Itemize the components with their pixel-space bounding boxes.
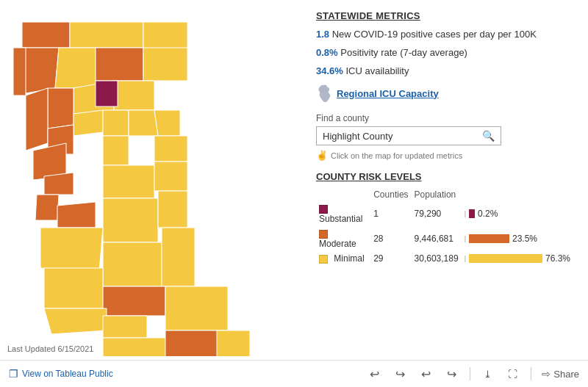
- svg-marker-14: [154, 110, 180, 136]
- tableau-link-section[interactable]: ❐ View on Tableau Public: [9, 368, 362, 380]
- click-hint-text: Click on the map for updated metrics: [331, 151, 462, 160]
- risk-row: Substantial 1 79,290 | 0.2%: [316, 201, 573, 226]
- risk-row: Moderate 28 9,446,681 | 23.5%: [316, 226, 573, 251]
- col-population: Population: [412, 188, 462, 201]
- fullscreen-button[interactable]: ⛶: [505, 367, 520, 381]
- svg-marker-13: [129, 110, 158, 136]
- svg-marker-6: [143, 48, 187, 81]
- svg-marker-28: [162, 228, 195, 286]
- svg-marker-29: [44, 268, 103, 308]
- svg-marker-32: [44, 308, 107, 334]
- svg-marker-15: [154, 136, 187, 162]
- svg-marker-24: [103, 198, 158, 242]
- metric-icu-text: ICU availability: [346, 65, 409, 76]
- search-input[interactable]: [323, 131, 482, 142]
- svg-marker-1: [70, 22, 143, 48]
- risk-swatch: [319, 230, 328, 239]
- risk-swatch: [319, 205, 328, 214]
- bar-container: | 23.5%: [465, 234, 570, 244]
- svg-marker-5: [96, 48, 143, 81]
- metric-positivity-text: Positivity rate (7-day average): [340, 47, 467, 58]
- metric-cases-text: New COVID-19 positive cases per day per …: [332, 29, 537, 40]
- toolbar-divider: [470, 367, 470, 380]
- svg-marker-33: [103, 316, 147, 338]
- risk-level-label: Minimal: [334, 253, 364, 264]
- col-bar: [462, 188, 573, 201]
- svg-marker-8: [114, 81, 154, 110]
- tableau-grid-icon: ❐: [9, 368, 18, 380]
- toolbar-controls: ↩ ↪ ↩ ↪ ⤓ ⛶ ⇨ Share: [367, 366, 579, 383]
- find-county-label: Find a county: [316, 113, 573, 123]
- bar-percentage: 23.5%: [512, 234, 537, 244]
- bar-percentage: 0.2%: [478, 209, 498, 219]
- bar-indicator: |: [465, 255, 466, 262]
- last-updated: Last Updated 6/15/2021: [7, 344, 93, 353]
- risk-population: 79,290: [412, 201, 462, 226]
- cursor-icon: ✌: [316, 150, 328, 161]
- risk-bar-cell: | 0.2%: [462, 201, 573, 226]
- svg-marker-22: [35, 195, 59, 220]
- risk-bar: [469, 234, 509, 243]
- risk-counties: 1: [370, 201, 411, 226]
- metric-positivity: 0.8% Positivity rate (7-day average): [316, 47, 573, 58]
- svg-marker-27: [103, 242, 162, 286]
- svg-marker-0: [22, 22, 70, 48]
- svg-marker-30: [103, 286, 165, 316]
- undo-button[interactable]: ↩: [367, 366, 382, 383]
- col-level: [316, 188, 370, 201]
- icu-capacity-link[interactable]: Regional ICU Capacity: [337, 88, 439, 99]
- share-button[interactable]: ⇨ Share: [542, 368, 579, 380]
- bar-indicator: |: [465, 235, 466, 242]
- download-button[interactable]: ⤓: [481, 367, 495, 381]
- county-risk-title: COUNTY RISK LEVELS: [316, 171, 573, 182]
- svg-marker-40: [13, 48, 26, 95]
- svg-marker-25: [158, 191, 187, 228]
- svg-marker-23: [57, 202, 96, 228]
- svg-marker-11: [74, 110, 103, 136]
- california-map[interactable]: [0, 7, 287, 352]
- forward-button[interactable]: ↪: [444, 366, 459, 383]
- svg-marker-19: [103, 165, 154, 198]
- tableau-link[interactable]: View on Tableau Public: [22, 369, 113, 379]
- icu-link-row: Regional ICU Capacity: [316, 84, 573, 103]
- click-hint: ✌ Click on the map for updated metrics: [316, 150, 573, 161]
- info-section: STATEWIDE METRICS 1.8 New COVID-19 posit…: [309, 0, 588, 360]
- bar-container: | 76.3%: [465, 253, 570, 264]
- metric-cases-value: 1.8: [316, 29, 329, 40]
- svg-marker-12: [103, 110, 129, 136]
- svg-marker-21: [44, 173, 74, 195]
- risk-swatch: [319, 255, 328, 264]
- metric-positivity-value: 0.8%: [316, 47, 338, 58]
- svg-marker-34: [103, 338, 169, 356]
- statewide-metrics-title: STATEWIDE METRICS: [316, 10, 573, 21]
- risk-bar: [469, 254, 542, 263]
- svg-marker-10: [26, 88, 48, 151]
- risk-level-label: Substantial: [319, 214, 362, 224]
- svg-marker-18: [103, 136, 129, 165]
- back-button[interactable]: ↩: [418, 366, 434, 383]
- main-container: STATEWIDE METRICS 1.8 New COVID-19 posit…: [0, 0, 588, 360]
- risk-row: Minimal 29 30,603,189 | 76.3%: [316, 251, 573, 266]
- share-label: Share: [553, 369, 579, 380]
- bar-container: | 0.2%: [465, 209, 570, 219]
- risk-level-cell: Substantial: [316, 201, 370, 226]
- toolbar-divider2: [531, 367, 531, 380]
- metric-cases: 1.8 New COVID-19 positive cases per day …: [316, 29, 573, 40]
- share-icon: ⇨: [542, 368, 551, 380]
- map-section: [0, 0, 309, 360]
- risk-population: 30,603,189: [412, 251, 462, 266]
- risk-bar-cell: | 23.5%: [462, 226, 573, 251]
- bar-percentage: 76.3%: [545, 253, 570, 264]
- svg-marker-31: [165, 286, 228, 330]
- risk-level-label: Moderate: [319, 239, 356, 249]
- svg-marker-38: [217, 330, 250, 356]
- metric-icu-value: 34.6%: [316, 65, 343, 76]
- svg-marker-26: [40, 228, 103, 272]
- redo-button[interactable]: ↪: [392, 366, 408, 383]
- risk-bar: [469, 209, 475, 218]
- search-box[interactable]: 🔍: [316, 126, 501, 145]
- risk-bar-cell: | 76.3%: [462, 251, 573, 266]
- risk-population: 9,446,681: [412, 226, 462, 251]
- svg-marker-9: [48, 88, 74, 129]
- svg-marker-4: [55, 48, 96, 88]
